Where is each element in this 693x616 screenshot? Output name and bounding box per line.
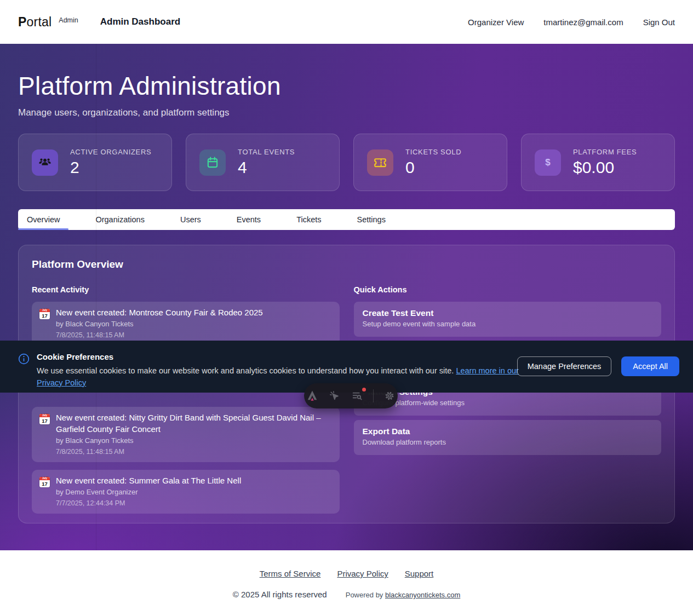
tab-users[interactable]: Users [171,209,210,230]
recent-activity-column: Recent Activity July 17 New event create… [32,285,340,518]
user-email: tmartinez@gmail.com [543,18,623,27]
quick-actions-column: Quick Actions Create Test Event Setup de… [354,285,662,518]
activity-author: by Black Canyon Tickets [56,320,263,328]
quick-action-export-data[interactable]: Export Data Download platform reports [354,420,662,455]
background-seam [96,44,96,550]
tab-organizations[interactable]: Organizations [87,209,153,230]
stat-value: $0.00 [573,158,637,177]
accept-all-button[interactable]: Accept All [621,356,679,376]
cookie-banner-title: Cookie Preferences [37,352,519,361]
admin-badge: Admin [59,16,78,24]
activity-title: New event created: Nitty Gritty Dirt Ban… [56,412,332,435]
gear-icon[interactable] [383,389,396,402]
activity-author: by Black Canyon Tickets [56,436,332,445]
search-list-icon[interactable] [351,389,364,402]
organizer-view-link[interactable]: Organizer View [468,18,524,27]
page-title: Admin Dashboard [100,16,180,27]
activity-item: July 17 New event created: Summer Gala a… [32,470,340,514]
activity-item: July 17 New event created: Nitty Gritty … [32,407,340,462]
tab-overview[interactable]: Overview [18,209,68,230]
activity-timestamp: 7/7/2025, 12:44:34 PM [56,499,241,507]
top-header: Portal Admin Admin Dashboard Organizer V… [0,0,693,44]
admin-tab-bar: Overview Organizations Users Events Tick… [18,209,675,230]
panel-title: Platform Overview [32,258,661,270]
sign-out-button[interactable]: Sign Out [643,18,675,27]
tab-settings[interactable]: Settings [348,209,394,230]
stat-card-active-organizers: ACTIVE ORGANIZERS 2 [18,134,172,191]
assistant-logo-icon[interactable] [306,389,319,402]
activity-author: by Demo Event Organizer [56,488,241,496]
tab-tickets[interactable]: Tickets [288,209,330,230]
notification-dot [362,388,366,392]
activity-timestamp: 7/8/2025, 11:48:15 AM [56,331,263,339]
powered-by-text: Powered by blackcanyontickets.com [346,591,461,599]
stat-label: TICKETS SOLD [405,148,461,156]
calendar-badge-icon: July 17 [39,309,50,319]
page-footer: Terms of Service Privacy Policy Support … [0,550,693,616]
ticket-icon [367,149,393,176]
stat-card-platform-fees: $ PLATFORM FEES $0.00 [521,134,675,191]
manage-preferences-button[interactable]: Manage Preferences [517,356,612,376]
portal-logo[interactable]: Portal [18,15,51,30]
logo-bold-letter: P [18,15,27,29]
stat-label: TOTAL EVENTS [238,148,295,156]
stat-label: ACTIVE ORGANIZERS [70,148,151,156]
tab-events[interactable]: Events [228,209,270,230]
stat-cards-row: ACTIVE ORGANIZERS 2 TOTAL EVENTS 4 [18,134,675,191]
quick-action-create-test-event[interactable]: Create Test Event Setup demo event with … [354,302,662,337]
calendar-badge-icon: July 17 [39,477,50,487]
admin-main-area: Platform Administration Manage users, or… [0,44,693,550]
stat-value: 2 [70,158,151,177]
recent-activity-title: Recent Activity [32,285,340,294]
copyright-text: © 2025 All rights reserved [233,590,327,599]
stat-value: 0 [405,158,461,177]
hero-subtitle: Manage users, organizations, and platfor… [18,107,675,118]
activity-item: July 17 New event created: Montrose Coun… [32,302,340,346]
footer-link-privacy[interactable]: Privacy Policy [337,569,388,578]
activity-title: New event created: Summer Gala at The Li… [56,475,241,486]
stat-label: PLATFORM FEES [573,148,637,156]
powered-by-link[interactable]: blackcanyontickets.com [385,591,460,599]
activity-title: New event created: Montrose County Fair … [56,307,263,318]
info-icon [18,353,30,393]
people-group-icon [32,149,58,176]
calendar-badge-icon: July 17 [39,414,50,424]
logo-rest: ortal [27,15,52,29]
stat-card-tickets-sold: TICKETS SOLD 0 [353,134,507,191]
hero-title: Platform Administration [18,44,675,101]
floating-extension-toolbar [304,383,398,408]
quick-actions-title: Quick Actions [354,285,662,294]
stat-card-total-events: TOTAL EVENTS 4 [186,134,340,191]
toolbar-divider [373,389,374,402]
cursor-icon[interactable] [328,389,341,402]
footer-link-support[interactable]: Support [405,569,434,578]
footer-link-terms[interactable]: Terms of Service [260,569,321,578]
activity-timestamp: 7/8/2025, 11:48:15 AM [56,448,332,456]
dollar-icon: $ [535,149,561,176]
stat-value: 4 [238,158,295,177]
calendar-icon [199,149,226,176]
cookie-banner-message: We use essential cookies to make our web… [37,365,519,389]
